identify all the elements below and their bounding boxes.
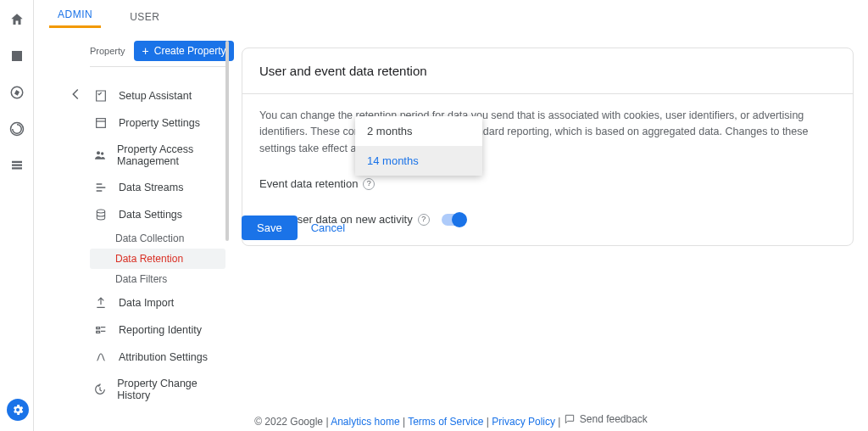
streams-icon (93, 181, 108, 194)
create-property-label: Create Property (154, 45, 226, 57)
event-retention-dropdown[interactable]: 2 months 14 months (355, 116, 482, 176)
footer-copyright: © 2022 Google (254, 416, 323, 428)
sidenav-data-streams[interactable]: Data Streams (90, 174, 225, 201)
help-icon[interactable]: ? (418, 214, 430, 226)
history-icon (93, 383, 107, 396)
cancel-button[interactable]: Cancel (311, 221, 345, 234)
tab-user[interactable]: USER (121, 4, 168, 28)
save-button[interactable]: Save (242, 216, 298, 240)
attribution-icon (93, 350, 108, 364)
svg-point-3 (97, 151, 100, 154)
tab-admin[interactable]: ADMIN (49, 2, 101, 28)
event-retention-row: Event data retention ? (259, 176, 836, 193)
action-row: Save Cancel (242, 216, 345, 240)
sidenav-property-change-history[interactable]: Property Change History (90, 371, 225, 406)
create-property-button[interactable]: + Create Property (134, 41, 235, 61)
footer-analytics-home[interactable]: Analytics home (331, 416, 399, 428)
footer-privacy[interactable]: Privacy Policy (492, 416, 555, 428)
dropdown-option-2-months[interactable]: 2 months (355, 116, 482, 146)
sidenav-data-collection[interactable]: Data Collection (90, 228, 225, 249)
svg-point-5 (97, 210, 104, 213)
advertising-icon[interactable] (9, 121, 25, 139)
card-description: You can change the retention period for … (259, 109, 808, 154)
upload-icon (93, 296, 108, 310)
reports-icon[interactable] (9, 48, 25, 66)
footer-send-feedback[interactable]: Send feedback (564, 413, 648, 425)
property-sidenav: Setup Assistant Property Settings Proper… (90, 66, 225, 406)
sidenav-scrollbar[interactable] (225, 41, 229, 241)
feedback-icon (564, 413, 576, 425)
sidenav-data-import[interactable]: Data Import (90, 289, 225, 316)
people-icon (93, 148, 107, 162)
property-subheader: Property + Create Property (90, 41, 234, 61)
property-label: Property (90, 46, 125, 56)
back-button[interactable] (66, 85, 85, 104)
svg-point-4 (101, 152, 103, 154)
svg-rect-1 (97, 119, 106, 128)
sidenav-data-filters[interactable]: Data Filters (90, 269, 225, 289)
checklist-icon (93, 89, 108, 103)
page-footer: © 2022 Google | Analytics home | Terms o… (34, 413, 868, 428)
left-rail (0, 0, 34, 431)
identity-icon (93, 323, 108, 337)
panel-icon (93, 116, 108, 130)
sidenav-data-retention[interactable]: Data Retention (90, 249, 225, 269)
configure-icon[interactable] (9, 158, 25, 176)
plus-icon: + (142, 45, 149, 57)
card-title: User and event data retention (242, 48, 853, 94)
event-retention-label: Event data retention (259, 176, 358, 193)
home-icon[interactable] (9, 12, 25, 30)
dropdown-option-14-months[interactable]: 14 months (355, 146, 482, 176)
help-icon[interactable]: ? (363, 178, 375, 190)
sidenav-property-access[interactable]: Property Access Management (90, 137, 225, 174)
sidenav-reporting-identity[interactable]: Reporting Identity (90, 316, 225, 344)
admin-gear-button[interactable] (7, 399, 29, 421)
database-icon (93, 208, 108, 221)
sidenav-property-settings[interactable]: Property Settings (90, 109, 225, 137)
reset-user-toggle[interactable] (442, 214, 465, 226)
explore-icon[interactable] (9, 85, 25, 103)
admin-user-tabs: ADMIN USER (49, 0, 169, 29)
footer-terms[interactable]: Terms of Service (408, 416, 483, 428)
sidenav-data-settings[interactable]: Data Settings (90, 201, 225, 228)
reset-user-row: Reset user data on new activity ? (259, 211, 836, 228)
sidenav-setup-assistant[interactable]: Setup Assistant (90, 82, 225, 109)
sidenav-attribution-settings[interactable]: Attribution Settings (90, 344, 225, 371)
